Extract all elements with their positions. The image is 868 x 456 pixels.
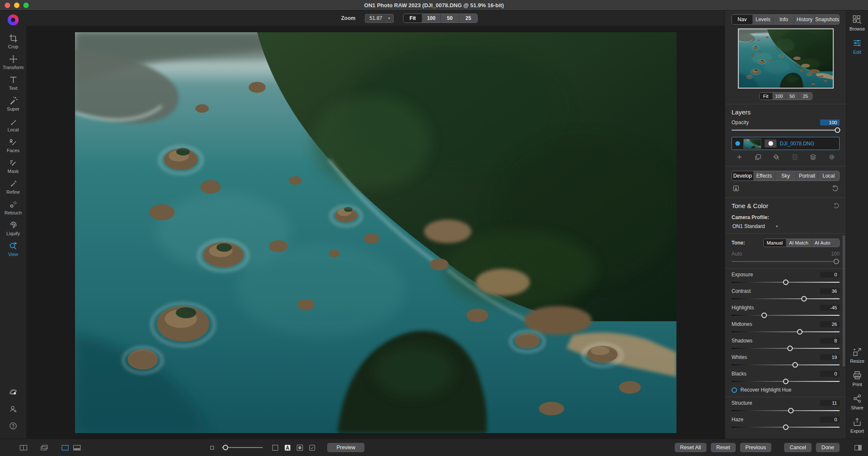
recover-highlight-row[interactable]: Recover Highlight Hue (732, 387, 840, 393)
zoom-preset-25[interactable]: 25 (459, 14, 478, 22)
slider-thumb[interactable] (783, 425, 788, 430)
annotations-button[interactable] (284, 444, 292, 452)
slider-track[interactable] (732, 378, 840, 384)
focus-mask-button[interactable] (296, 444, 304, 452)
single-view-button[interactable] (61, 444, 69, 452)
fill-layer-button[interactable] (773, 153, 780, 162)
preview-slider[interactable] (222, 445, 263, 450)
tab-portrait[interactable]: Portrait (796, 171, 818, 181)
slider-thumb[interactable] (797, 329, 802, 335)
module-export[interactable]: Export (851, 413, 864, 439)
tool-text[interactable]: Text (0, 73, 26, 94)
slider-value[interactable]: 11 (820, 400, 840, 406)
reset-all-button[interactable]: Reset All (675, 443, 707, 452)
tab-develop[interactable]: Develop (732, 171, 754, 181)
split-screen-button[interactable] (19, 444, 28, 452)
slider-track[interactable] (732, 407, 840, 414)
filmstrip-view-button[interactable] (73, 444, 81, 452)
clipping-warning-button[interactable] (308, 444, 316, 452)
slider-thumb[interactable] (783, 280, 788, 285)
slider-thumb[interactable] (788, 408, 794, 414)
navigator-preview[interactable] (738, 28, 834, 89)
tone-mode-ai-auto[interactable]: AI Auto (812, 239, 833, 247)
tool-super-select[interactable]: Super (0, 94, 26, 114)
module-share[interactable]: Share (851, 389, 863, 413)
mask-view-button[interactable] (271, 444, 279, 452)
layer-settings-button[interactable] (828, 153, 835, 162)
tool-mask[interactable]: Mask (0, 156, 26, 177)
slider-value[interactable]: 0 (820, 371, 840, 377)
tool-crop[interactable]: Crop (0, 31, 26, 52)
slider-track[interactable] (732, 312, 840, 318)
duplicate-layer-button[interactable] (754, 153, 762, 162)
tab-sky[interactable]: Sky (775, 171, 797, 181)
slider-track[interactable] (732, 424, 840, 430)
tool-refine[interactable]: Refine (0, 177, 26, 197)
save-preset-button[interactable] (732, 185, 740, 194)
slider-thumb[interactable] (783, 379, 788, 384)
zoom-window-button[interactable] (23, 3, 29, 8)
reset-button[interactable]: Reset (711, 443, 736, 452)
tone-mode-ai-match[interactable]: AI Match (786, 239, 812, 247)
tab-levels[interactable]: Levels (753, 15, 773, 24)
slider-thumb[interactable] (761, 313, 767, 318)
preview-opacity-swatch[interactable] (208, 444, 216, 452)
tab-local[interactable]: Local (818, 171, 839, 181)
zoom-preset-100[interactable]: 100 (422, 14, 441, 22)
tab-nav[interactable]: Nav (732, 15, 753, 24)
done-button[interactable]: Done (816, 443, 840, 452)
tool-retouch[interactable]: Retouch (0, 197, 26, 218)
previous-button[interactable]: Previous (740, 443, 772, 452)
minimize-window-button[interactable] (14, 3, 19, 8)
module-edit[interactable]: Edit (852, 34, 862, 57)
slider-track[interactable] (732, 345, 840, 351)
cancel-button[interactable]: Cancel (784, 443, 812, 452)
module-print[interactable]: Print (852, 366, 862, 389)
slider-track[interactable] (732, 279, 840, 285)
preview-slider-thumb[interactable] (223, 445, 228, 450)
slider-track[interactable] (732, 361, 840, 368)
add-layer-button[interactable] (736, 153, 743, 162)
nav-preset-fit[interactable]: Fit (760, 93, 773, 100)
merge-layer-button[interactable] (791, 153, 798, 162)
tab-effects[interactable]: Effects (754, 171, 775, 181)
tone-mode-manual[interactable]: Manual (764, 239, 786, 247)
slider-track[interactable] (732, 328, 840, 335)
panel-scrollbar[interactable] (843, 235, 845, 367)
zoom-preset-fit[interactable]: Fit (403, 14, 422, 22)
photo-view[interactable] (75, 32, 676, 433)
slider-value[interactable]: 8 (820, 338, 840, 344)
slider-value[interactable]: -45 (820, 305, 840, 311)
tool-local[interactable]: Local (0, 114, 26, 135)
layer-visibility-toggle[interactable] (735, 141, 740, 146)
slider-thumb[interactable] (787, 346, 793, 351)
opacity-slider[interactable] (732, 127, 840, 133)
module-resize[interactable]: Resize (850, 343, 865, 366)
canvas-area[interactable] (26, 26, 725, 439)
tool-liquify[interactable]: Liquify (0, 218, 26, 239)
slider-thumb[interactable] (801, 296, 807, 302)
help-button[interactable] (9, 418, 17, 435)
tool-view[interactable]: View (0, 239, 26, 260)
tool-faces[interactable]: Faces (0, 135, 26, 156)
tool-transform[interactable]: Transform (0, 52, 26, 73)
opacity-slider-thumb[interactable] (835, 128, 840, 133)
account-button[interactable] (9, 401, 17, 418)
tab-history[interactable]: History (794, 15, 815, 24)
close-window-button[interactable] (5, 3, 10, 8)
panel-toggle-button[interactable] (854, 444, 862, 452)
slider-value[interactable]: 36 (820, 288, 840, 294)
slider-thumb[interactable] (793, 362, 798, 368)
layer-row[interactable]: DJI_0078.DNG (732, 137, 840, 150)
reset-develop-button[interactable] (832, 185, 839, 194)
slider-value[interactable]: 19 (820, 354, 840, 360)
nav-preset-50[interactable]: 50 (786, 93, 799, 100)
slider-value[interactable]: 0 (820, 272, 840, 278)
zoom-preset-50[interactable]: 50 (441, 14, 459, 22)
nav-preset-100[interactable]: 100 (773, 93, 786, 100)
camera-profile-dropdown[interactable]: ON1 Standard ▾ (732, 223, 840, 229)
nav-preset-25[interactable]: 25 (799, 93, 812, 100)
slider-value[interactable]: 0 (820, 417, 840, 423)
compare-view-button[interactable] (40, 444, 48, 452)
sync-status[interactable] (9, 384, 17, 401)
